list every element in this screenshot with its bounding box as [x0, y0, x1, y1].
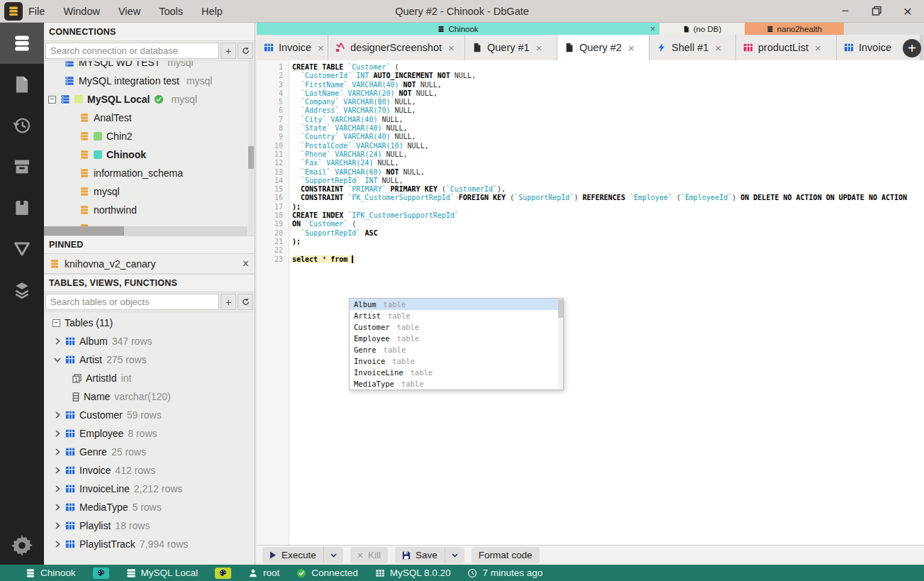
menu-window[interactable]: Window: [63, 6, 100, 17]
sql-editor[interactable]: 1234567891011121314151617181920212223 CR…: [257, 60, 924, 545]
chevron-right-icon[interactable]: [54, 411, 61, 419]
table-node-genre[interactable]: Genre25 rows: [44, 443, 255, 461]
tab-productlist[interactable]: productList×: [736, 35, 837, 60]
chevron-right-icon[interactable]: [54, 430, 61, 437]
table-node-playlist[interactable]: Playlist18 rows: [44, 516, 255, 535]
close-tab-icon[interactable]: ×: [536, 42, 542, 54]
book-icon[interactable]: [0, 187, 44, 228]
chevron-right-icon[interactable]: [54, 485, 61, 492]
collapse-expander[interactable]: −: [48, 96, 56, 104]
tab-group-nodb[interactable]: (no DB): [659, 23, 745, 35]
table-node-playlisttrack[interactable]: PlaylistTrack7,994 rows: [44, 535, 255, 553]
statusbar-connected[interactable]: Connected: [296, 568, 357, 578]
autocomplete-scrollbar[interactable]: [558, 299, 563, 389]
database-item[interactable]: AnalTest: [44, 109, 255, 127]
database-item[interactable]: information_schema: [44, 164, 255, 182]
statusbar-mysql-8-0-20[interactable]: MySQL 8.0.20: [375, 568, 451, 578]
code-area[interactable]: CREATE TABLE `Customer` ( `CustomerId` I…: [292, 63, 924, 264]
tab-group-chinook[interactable]: Chinook×: [257, 23, 659, 35]
autocomplete-item-album[interactable]: Albumtable: [350, 299, 563, 310]
autocomplete-item-genre[interactable]: Genretable: [350, 344, 563, 355]
execute-dropdown-button[interactable]: [323, 547, 343, 563]
table-node-artist[interactable]: Artist275 rows: [44, 350, 255, 369]
refresh-tables-button[interactable]: [238, 294, 253, 310]
close-tab-icon[interactable]: ×: [448, 42, 455, 54]
close-tab-icon[interactable]: ×: [715, 42, 721, 54]
chevron-right-icon[interactable]: [54, 504, 61, 511]
chevron-right-icon[interactable]: [54, 467, 61, 474]
table-node-employee[interactable]: Employee8 rows: [44, 424, 255, 443]
database-item[interactable]: northwind: [44, 201, 255, 219]
minimize-button[interactable]: −: [839, 5, 852, 18]
layers-icon[interactable]: [0, 270, 44, 311]
close-button[interactable]: ×: [901, 5, 914, 18]
autocomplete-item-customer[interactable]: Customertable: [350, 321, 563, 333]
tab-designerscreenshot[interactable]: designerScreenshot×: [328, 35, 465, 60]
database-item[interactable]: mysql: [44, 182, 255, 201]
connection-item[interactable]: −MySQL Localmysql: [44, 90, 255, 109]
autocomplete-item-invoiceline[interactable]: InvoiceLinetable: [350, 367, 563, 378]
statusbar-mysql-local[interactable]: MySQL Local: [126, 568, 199, 578]
menu-help[interactable]: Help: [201, 6, 223, 17]
statusbar-color-swatch[interactable]: [93, 568, 109, 579]
autocomplete-item-artist[interactable]: Artisttable: [350, 310, 563, 321]
connection-item[interactable]: MySQL integration testmysql: [44, 72, 255, 90]
column-node-name[interactable]: Namevarchar(120): [44, 387, 255, 406]
table-node-album[interactable]: Album347 rows: [44, 332, 255, 350]
menu-file[interactable]: File: [28, 6, 45, 17]
pinned-item[interactable]: knihovna_v2_canary ×: [44, 254, 255, 274]
tables-search-input[interactable]: [45, 294, 219, 310]
save-button[interactable]: Save: [395, 547, 445, 563]
tab-group-nano2health[interactable]: nano2health: [745, 23, 844, 35]
chevron-right-icon[interactable]: [54, 338, 61, 345]
close-tab-icon[interactable]: ×: [815, 42, 821, 54]
file-icon[interactable]: [0, 64, 44, 105]
settings-icon[interactable]: [0, 526, 44, 565]
execute-button[interactable]: Execute: [262, 547, 323, 563]
archive-icon[interactable]: [0, 146, 44, 187]
statusbar-7-minutes-ago[interactable]: 7 minutes ago: [467, 568, 542, 578]
filter-icon[interactable]: [0, 228, 44, 270]
collapse-expander[interactable]: −: [52, 319, 60, 327]
restore-button[interactable]: [870, 5, 883, 18]
table-node-customer[interactable]: Customer59 rows: [44, 406, 255, 424]
connections-search-input[interactable]: [45, 43, 219, 59]
connection-item[interactable]: MYSQL WD TESTmysql: [44, 61, 255, 72]
chevron-right-icon[interactable]: [54, 541, 61, 548]
statusbar-chinook[interactable]: Chinook: [26, 568, 76, 578]
format-code-button[interactable]: Format code: [472, 547, 540, 563]
close-group-icon[interactable]: ×: [650, 24, 655, 34]
autocomplete-item-invoice[interactable]: Invoicetable: [350, 355, 563, 367]
statusbar-color-swatch[interactable]: [215, 568, 231, 579]
column-node-artistid[interactable]: 1ArtistIdint: [44, 369, 255, 387]
database-item[interactable]: Chin2: [44, 127, 255, 145]
new-tab-button[interactable]: +: [903, 39, 921, 57]
add-table-button[interactable]: +: [221, 294, 236, 310]
statusbar-root[interactable]: root: [248, 568, 279, 578]
database-item[interactable]: Chinook: [44, 145, 255, 164]
tables-root-node[interactable]: −Tables (11): [44, 314, 255, 332]
tab-query1[interactable]: Query #1×: [465, 35, 557, 60]
table-node-invoiceline[interactable]: InvoiceLine2,212 rows: [44, 480, 255, 498]
kill-button[interactable]: × Kill: [350, 547, 388, 563]
menu-view[interactable]: View: [118, 6, 140, 17]
unpin-close-icon[interactable]: ×: [243, 258, 249, 270]
add-connection-button[interactable]: +: [221, 43, 236, 59]
chevron-right-icon[interactable]: [54, 522, 61, 529]
chevron-right-icon[interactable]: [54, 448, 61, 455]
table-node-mediatype[interactable]: MediaType5 rows: [44, 498, 255, 516]
close-tab-icon[interactable]: ×: [628, 42, 635, 54]
close-tab-icon[interactable]: ×: [318, 42, 324, 54]
autocomplete-item-mediatype[interactable]: MediaTypetable: [350, 378, 563, 389]
autocomplete-item-employee[interactable]: Employeetable: [350, 333, 563, 344]
history-icon[interactable]: [0, 105, 44, 146]
chevron-down-icon[interactable]: [54, 358, 61, 363]
refresh-connections-button[interactable]: [238, 43, 253, 59]
tab-query2[interactable]: Query #2×: [557, 35, 650, 60]
save-dropdown-button[interactable]: [445, 547, 464, 563]
connections-vertical-scrollbar[interactable]: [248, 61, 254, 236]
connections-horizontal-scrollbar[interactable]: [44, 226, 247, 236]
database-icon[interactable]: [0, 23, 44, 64]
tab-shell1[interactable]: Shell #1×: [650, 35, 736, 60]
table-node-invoice[interactable]: Invoice412 rows: [44, 461, 255, 480]
